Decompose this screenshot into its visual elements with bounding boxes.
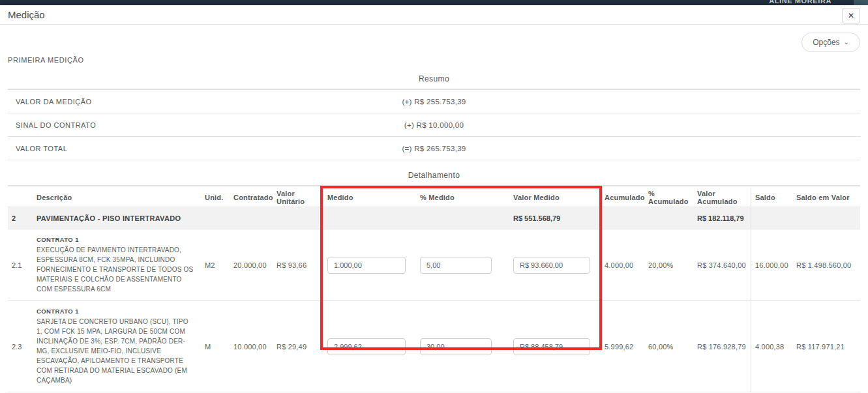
medido-input[interactable] xyxy=(327,338,406,355)
row-valor-acumulado: R$ 374.640,00 xyxy=(693,229,751,300)
row-unid: M2 xyxy=(201,229,230,300)
valor-medido-input[interactable] xyxy=(513,257,590,274)
chevron-down-icon: ⌄ xyxy=(844,38,849,46)
col-code xyxy=(8,188,33,207)
app-header-bar: ALINE MOREIRA xyxy=(0,0,868,5)
col-acumulado: Acumulado xyxy=(601,188,644,207)
measurement-title: PRIMEIRA MEDIÇÃO xyxy=(8,56,860,64)
col-valor-medido: Valor Medido xyxy=(509,188,601,207)
header-corner-block xyxy=(854,0,868,5)
detalhamento-heading: Detalhamento xyxy=(8,171,860,180)
row-pct-acumulado: 20,00% xyxy=(644,229,693,300)
summary-value: (=) R$ 265.753,39 xyxy=(8,145,860,153)
table-row: 2.1 CONTRATO 1 EXECUÇÃO DE PAVIMENTO INT… xyxy=(8,229,860,301)
row-acumulado: 5.999,62 xyxy=(601,301,644,392)
col-contratado: Contratado xyxy=(230,188,273,207)
summary-value: (+) R$ 10.000,00 xyxy=(8,121,860,129)
row-contratado: 10.000,00 xyxy=(230,301,273,392)
row-code: 2.3 xyxy=(8,301,33,392)
row-description-cell: CONTRATO 1 EXECUÇÃO DE PAVIMENTO INTERTR… xyxy=(33,229,201,300)
row-valor-unitario: R$ 93,66 xyxy=(273,229,323,300)
row-contratado: 20.000,00 xyxy=(230,229,273,300)
group-valor-acumulado: R$ 182.118,79 xyxy=(693,207,751,229)
group-description: PAVIMENTAÇÃO - PISO INTERTRAVADO xyxy=(33,207,201,229)
modal-header: Medição ✕ xyxy=(0,5,868,25)
detail-table: Descrição Unid. Contratado Valor Unitári… xyxy=(8,188,860,392)
options-button[interactable]: Opções ⌄ xyxy=(801,33,860,52)
table-row: 2.3 CONTRATO 1 SARJETA DE CONCRETO URBAN… xyxy=(8,301,860,392)
col-pct-medido: % Medido xyxy=(416,188,509,207)
col-pct-acumulado: % Acumulado xyxy=(644,186,693,209)
row-valor-unitario: R$ 29,49 xyxy=(273,301,323,392)
summary-value: (+) R$ 255.753,39 xyxy=(8,98,860,106)
summary-row-valor-medicao: VALOR DA MEDIÇÃO (+) R$ 255.753,39 xyxy=(8,90,860,113)
row-unid: M xyxy=(201,301,230,392)
pct-medido-input[interactable] xyxy=(420,338,492,355)
row-description-cell: CONTRATO 1 SARJETA DE CONCRETO URBANO (S… xyxy=(33,301,201,392)
modal-title: Medição xyxy=(8,9,45,20)
row-acumulado: 4.000,00 xyxy=(601,229,644,300)
medicao-modal: Medição ✕ Opções ⌄ PRIMEIRA MEDIÇÃO Resu… xyxy=(0,5,868,393)
col-descricao: Descrição xyxy=(33,188,201,207)
close-icon: ✕ xyxy=(848,12,854,20)
close-button[interactable]: ✕ xyxy=(842,8,860,23)
col-valor-unitario: Valor Unitário xyxy=(273,186,323,209)
row-pct-acumulado: 60,00% xyxy=(644,301,693,392)
table-group-row: 2 PAVIMENTAÇÃO - PISO INTERTRAVADO R$ 55… xyxy=(8,207,860,229)
options-button-label: Opções xyxy=(813,38,839,47)
col-valor-acumulado: Valor Acumulado xyxy=(693,186,751,209)
col-saldo-em-valor: Saldo em Valor xyxy=(792,188,860,207)
row-description: EXECUÇÃO DE PAVIMENTO INTERTRAVADO, ESPE… xyxy=(37,245,196,294)
user-name: ALINE MOREIRA xyxy=(769,0,831,5)
row-code: 2.1 xyxy=(8,229,33,300)
row-valor-acumulado: R$ 176.928,79 xyxy=(693,301,751,392)
options-row: Opções ⌄ xyxy=(8,33,860,52)
table-header-row: Descrição Unid. Contratado Valor Unitári… xyxy=(8,188,860,207)
medido-input[interactable] xyxy=(327,257,406,274)
modal-body: Opções ⌄ PRIMEIRA MEDIÇÃO Resumo VALOR D… xyxy=(0,25,868,392)
row-saldo: 16.000,00 xyxy=(751,229,792,300)
group-code: 2 xyxy=(8,207,33,229)
group-valor-medido: R$ 551.568,79 xyxy=(509,207,601,229)
row-saldo: 4.000,38 xyxy=(751,301,792,392)
row-saldo-valor: R$ 117.971,21 xyxy=(792,301,860,392)
col-unid: Unid. xyxy=(201,188,230,207)
contract-label: CONTRATO 1 xyxy=(37,308,79,315)
row-saldo-valor: R$ 1.498.560,00 xyxy=(792,229,860,300)
resumo-heading: Resumo xyxy=(8,74,860,83)
col-saldo: Saldo xyxy=(751,188,792,207)
summary-row-valor-total: VALOR TOTAL (=) R$ 265.753,39 xyxy=(8,137,860,160)
pct-medido-input[interactable] xyxy=(420,257,492,274)
contract-label: CONTRATO 1 xyxy=(37,236,79,243)
summary-row-sinal-contrato: SINAL DO CONTRATO (+) R$ 10.000,00 xyxy=(8,113,860,137)
valor-medido-input[interactable] xyxy=(513,338,590,355)
col-medido: Medido xyxy=(323,188,416,207)
row-description: SARJETA DE CONCRETO URBANO (SCU), TIPO 1… xyxy=(37,317,196,385)
